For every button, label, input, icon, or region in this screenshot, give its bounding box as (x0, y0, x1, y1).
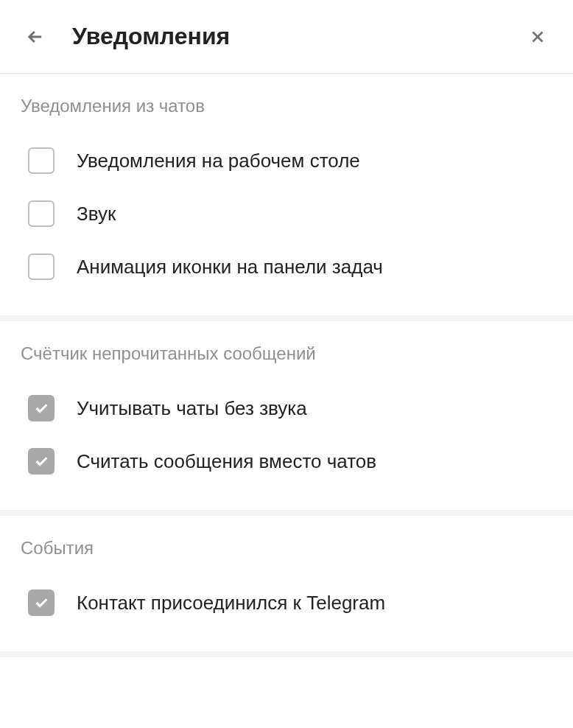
section-events: События Контакт присоединился к Telegram (0, 516, 573, 657)
option-label: Уведомления на рабочем столе (77, 150, 360, 172)
option-count-messages[interactable]: Считать сообщения вместо чатов (21, 435, 552, 488)
back-button[interactable] (21, 22, 50, 52)
checkbox[interactable] (28, 448, 55, 475)
check-icon (33, 453, 49, 469)
check-icon (33, 400, 49, 416)
check-icon (33, 595, 49, 611)
option-label: Учитывать чаты без звука (77, 397, 307, 420)
option-taskbar-animation[interactable]: Анимация иконки на панели задач (21, 240, 552, 293)
option-muted-chats[interactable]: Учитывать чаты без звука (21, 382, 552, 435)
settings-header: Уведомления (0, 0, 573, 74)
checkbox[interactable] (28, 200, 55, 227)
section-title: Уведомления из чатов (21, 96, 552, 116)
section-unread-counter: Счётчик непрочитанных сообщений Учитыват… (0, 321, 573, 516)
close-icon (528, 27, 547, 46)
option-label: Звук (77, 203, 116, 225)
option-label: Контакт присоединился к Telegram (77, 592, 385, 615)
arrow-left-icon (25, 27, 46, 47)
section-title: Счётчик непрочитанных сообщений (21, 343, 552, 364)
page-title: Уведомления (72, 23, 523, 50)
option-label: Считать сообщения вместо чатов (77, 450, 376, 473)
option-sound[interactable]: Звук (21, 187, 552, 240)
checkbox[interactable] (28, 253, 55, 280)
section-title: События (21, 538, 552, 559)
section-chat-notifications: Уведомления из чатов Уведомления на рабо… (0, 74, 573, 321)
checkbox[interactable] (28, 395, 55, 421)
option-contact-joined[interactable]: Контакт присоединился к Telegram (21, 576, 552, 629)
option-label: Анимация иконки на панели задач (77, 256, 383, 279)
checkbox[interactable] (28, 147, 55, 174)
option-desktop-notifications[interactable]: Уведомления на рабочем столе (21, 134, 552, 187)
close-button[interactable] (523, 22, 552, 52)
checkbox[interactable] (28, 589, 55, 616)
